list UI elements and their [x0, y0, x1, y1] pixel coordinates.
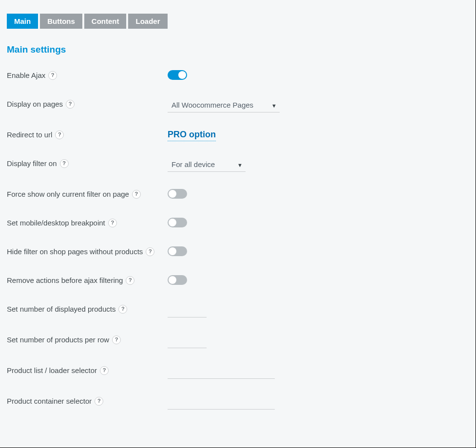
row-list-selector: Product list / loader selector ?: [7, 365, 469, 379]
row-redirect-to-url: Redirect to url ? PRO option: [7, 129, 469, 141]
select-display-filter-on[interactable]: For all device ▼: [168, 158, 246, 172]
row-force-show: Force show only current filter on page ?: [7, 188, 469, 201]
toggle-hide-empty[interactable]: [168, 246, 187, 256]
help-icon[interactable]: ?: [95, 397, 103, 406]
settings-tabs: Main Buttons Content Loader: [7, 14, 469, 29]
tab-loader[interactable]: Loader: [128, 14, 167, 29]
pro-option-link[interactable]: PRO option: [168, 130, 216, 141]
label-redirect-to-url: Redirect to url: [7, 129, 52, 141]
toggle-remove-actions[interactable]: [168, 275, 187, 285]
input-list-selector[interactable]: [168, 365, 275, 379]
select-value: For all device: [171, 160, 215, 168]
chevron-down-icon: ▼: [271, 103, 277, 109]
tab-content[interactable]: Content: [84, 14, 127, 29]
help-icon[interactable]: ?: [108, 219, 117, 227]
label-list-selector: Product list / loader selector: [7, 365, 97, 376]
select-display-on-pages[interactable]: All Woocommerce Pages ▼: [168, 99, 280, 112]
label-hide-empty: Hide filter on shop pages without produc…: [7, 246, 143, 258]
label-enable-ajax: Enable Ajax: [7, 70, 45, 81]
input-num-per-row[interactable]: [168, 335, 207, 348]
tab-main[interactable]: Main: [7, 14, 38, 29]
help-icon[interactable]: ?: [126, 276, 134, 285]
section-title: Main settings: [7, 44, 469, 55]
help-icon[interactable]: ?: [48, 71, 57, 80]
help-icon[interactable]: ?: [146, 247, 154, 256]
label-display-filter-on: Display filter on: [7, 158, 57, 169]
row-num-displayed: Set number of displayed products ?: [7, 303, 469, 317]
toggle-enable-ajax[interactable]: [168, 70, 187, 80]
label-breakpoint: Set mobile/desktop breakpoint: [7, 217, 105, 229]
tab-buttons[interactable]: Buttons: [40, 14, 82, 29]
input-num-displayed[interactable]: [168, 304, 207, 317]
help-icon[interactable]: ?: [60, 159, 69, 168]
help-icon[interactable]: ?: [100, 366, 109, 375]
chevron-down-icon: ▼: [237, 162, 243, 168]
row-remove-actions: Remove actions before ajax filtering ?: [7, 275, 469, 287]
toggle-force-show[interactable]: [168, 189, 187, 199]
row-hide-empty: Hide filter on shop pages without produc…: [7, 246, 469, 258]
help-icon[interactable]: ?: [118, 305, 127, 314]
label-container-selector: Product container selector: [7, 395, 92, 407]
label-remove-actions: Remove actions before ajax filtering: [7, 275, 123, 286]
row-display-on-pages: Display on pages ? All Woocommerce Pages…: [7, 98, 469, 112]
row-enable-ajax: Enable Ajax ?: [7, 70, 469, 82]
help-icon[interactable]: ?: [55, 131, 64, 139]
row-container-selector: Product container selector ?: [7, 395, 469, 410]
select-value: All Woocommerce Pages: [171, 101, 253, 109]
row-display-filter-on: Display filter on ? For all device ▼: [7, 158, 469, 172]
label-num-displayed: Set number of displayed products: [7, 303, 115, 315]
row-num-per-row: Set number of products per row ?: [7, 334, 469, 348]
help-icon[interactable]: ?: [112, 336, 121, 344]
row-breakpoint: Set mobile/desktop breakpoint ?: [7, 217, 469, 229]
label-display-on-pages: Display on pages: [7, 98, 63, 110]
label-force-show: Force show only current filter on page: [7, 188, 129, 200]
help-icon[interactable]: ?: [132, 190, 141, 199]
toggle-breakpoint[interactable]: [168, 218, 187, 227]
label-num-per-row: Set number of products per row: [7, 334, 109, 346]
input-container-selector[interactable]: [168, 396, 275, 410]
help-icon[interactable]: ?: [66, 100, 75, 109]
